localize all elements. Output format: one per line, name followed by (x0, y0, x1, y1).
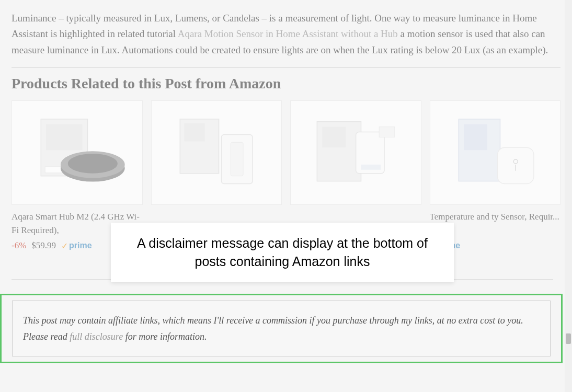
full-disclosure-link[interactable]: full disclosure (70, 331, 123, 342)
product-image[interactable] (290, 100, 421, 205)
product-image[interactable] (12, 100, 143, 205)
scrollbar-track[interactable] (565, 0, 572, 392)
prime-badge: ✓prime (61, 241, 92, 251)
products-section-title: Products Related to this Post from Amazo… (12, 75, 560, 92)
switch-image-icon (161, 109, 271, 197)
svg-rect-13 (379, 127, 395, 137)
svg-point-5 (67, 154, 117, 174)
disclaimer-text: This post may contain affiliate links, w… (23, 313, 540, 344)
discount-badge: -6% (12, 240, 26, 251)
product-image[interactable] (430, 100, 561, 205)
disclaimer-text-after: for more information. (123, 331, 207, 342)
price: $59.99 (31, 240, 56, 251)
hub-image-icon (22, 109, 132, 197)
svg-rect-16 (464, 124, 487, 150)
svg-rect-14 (361, 165, 381, 170)
svg-rect-1 (46, 124, 82, 150)
sensor-image-icon (440, 109, 550, 197)
prime-check-icon: ✓ (61, 241, 68, 251)
disclaimer-highlight: This post may contain affiliate links, w… (0, 294, 563, 363)
scrollbar-thumb[interactable] (566, 333, 571, 344)
svg-rect-7 (184, 123, 205, 142)
intro-paragraph: Luminance – typically measured in Lux, L… (12, 10, 560, 58)
callout-annotation: A disclaimer message can display at the … (111, 223, 454, 282)
plug-image-icon (301, 109, 411, 197)
disclaimer-box: This post may contain affiliate links, w… (12, 301, 551, 356)
svg-rect-9 (231, 142, 243, 176)
svg-rect-11 (322, 127, 346, 148)
product-image[interactable] (151, 100, 282, 205)
prime-text: prime (69, 241, 92, 250)
divider (12, 67, 560, 68)
related-tutorial-link[interactable]: Aqara Motion Sensor in Home Assistant wi… (178, 28, 398, 39)
callout-text: A disclaimer message can display at the … (134, 234, 430, 271)
